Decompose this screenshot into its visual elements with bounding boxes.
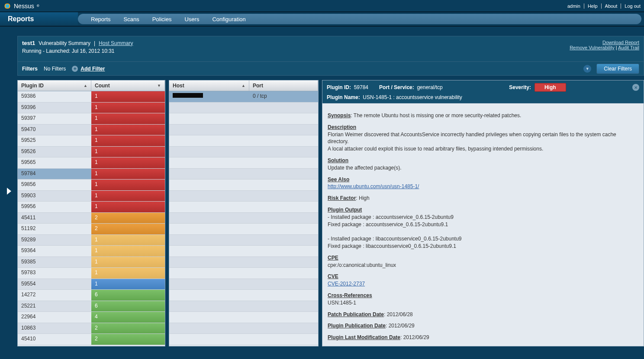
table-row[interactable] (169, 301, 318, 312)
plugin-id-cell: 59526 (18, 147, 91, 157)
help-link[interactable]: Help (588, 3, 598, 9)
host-summary-link[interactable]: Host Summary (99, 40, 133, 46)
table-row[interactable]: 454102 (18, 334, 165, 345)
top-links: admin Help About Log out (567, 3, 641, 9)
pub-text: : 2012/06/29 (386, 323, 415, 329)
table-row[interactable] (169, 268, 318, 279)
table-row[interactable] (169, 169, 318, 180)
table-row[interactable] (169, 334, 318, 345)
filter-bar: Filters No Filters + Add Filter ▼ Clear … (17, 62, 644, 76)
count-cell: 1 (91, 257, 165, 268)
table-row[interactable]: 142726 (18, 290, 165, 301)
table-row[interactable] (169, 202, 318, 213)
add-filter-link[interactable]: Add Filter (80, 66, 105, 72)
output-lines: - Installed package : accountsservice_0.… (328, 214, 462, 249)
table-row[interactable]: 229644 (18, 312, 165, 323)
mod-text: : 2012/06/29 (400, 334, 429, 340)
col-plugin-id[interactable]: Plugin ID▲ (18, 80, 91, 91)
table-row[interactable] (169, 157, 318, 169)
pub-label: Plugin Publication Date (328, 323, 386, 329)
table-row[interactable] (169, 180, 318, 191)
about-link[interactable]: About (605, 3, 618, 9)
table-row[interactable] (169, 257, 318, 268)
col-port[interactable]: Port (249, 80, 318, 91)
table-row[interactable]: 599031 (18, 191, 165, 202)
col-host[interactable]: Host▲ (169, 80, 249, 91)
table-row[interactable]: 592891 (18, 235, 165, 246)
expand-icon[interactable]: ▼ (583, 65, 591, 73)
table-row[interactable]: 595251 (18, 135, 165, 147)
description-label: Description (328, 124, 356, 130)
drawer-handle-icon[interactable] (7, 188, 11, 195)
detail-panel: Plugin ID: 59784 Port / Service: general… (322, 80, 644, 346)
col-count[interactable]: Count▼ (91, 80, 165, 91)
table-row[interactable]: 108632 (18, 323, 165, 334)
table-row[interactable] (169, 135, 318, 147)
nav-policies[interactable]: Policies (152, 16, 172, 22)
table-row[interactable] (169, 103, 318, 114)
eye-icon (3, 3, 11, 9)
table-row[interactable] (169, 224, 318, 235)
nav-reports[interactable]: Reports (91, 16, 111, 22)
table-row[interactable]: 511922 (18, 224, 165, 235)
count-cell: 2 (91, 334, 165, 345)
table-row[interactable] (169, 312, 318, 323)
table-row[interactable]: 593961 (18, 103, 165, 114)
description-1: Florian Weimer discovered that AccountsS… (328, 131, 616, 145)
report-name: test1 (22, 40, 35, 46)
table-row[interactable] (169, 323, 318, 334)
table-row[interactable]: 593861 (18, 91, 165, 103)
report-status: Running - Launched: Jul 16, 2012 10:31 (22, 48, 133, 54)
download-report-link[interactable]: Download Report (602, 40, 639, 45)
table-row[interactable]: 595541 (18, 279, 165, 290)
table-row[interactable] (169, 113, 318, 125)
table-row[interactable]: 595261 (18, 147, 165, 158)
report-header: test1 Vulnerability Summary | Host Summa… (17, 36, 644, 62)
count-cell: 1 (91, 191, 165, 202)
table-row[interactable] (169, 279, 318, 290)
table-row[interactable] (169, 191, 318, 202)
close-icon[interactable]: ✕ (632, 84, 639, 91)
table-row[interactable] (169, 246, 318, 257)
table-row[interactable]: 597831 (18, 268, 165, 279)
table-row[interactable] (169, 235, 318, 246)
nav-configuration[interactable]: Configuration (212, 16, 245, 22)
table-row[interactable]: 599561 (18, 202, 165, 213)
plus-icon[interactable]: + (72, 66, 78, 72)
user-label[interactable]: admin (567, 3, 580, 9)
count-cell: 1 (91, 235, 165, 246)
table-row[interactable] (169, 125, 318, 136)
plugin-id-cell: 59386 (18, 91, 91, 102)
table-row[interactable]: 0 / tcp (169, 91, 318, 103)
table-row[interactable]: 454112 (18, 213, 165, 224)
table-row[interactable]: 593851 (18, 257, 165, 268)
table-row[interactable]: 593641 (18, 246, 165, 257)
count-cell: 1 (91, 135, 165, 146)
output-label: Plugin Output (328, 207, 362, 213)
count-cell: 1 (91, 169, 165, 180)
remove-vuln-link[interactable]: Remove Vulnerability (570, 45, 615, 50)
seealso-link[interactable]: http://www.ubuntu.com/usn/usn-1485-1/ (328, 183, 419, 189)
table-row[interactable] (169, 290, 318, 301)
count-cell: 2 (91, 213, 165, 224)
table-row[interactable]: 594701 (18, 125, 165, 136)
table-row[interactable] (169, 147, 318, 158)
clear-filters-button[interactable]: Clear Filters (596, 64, 639, 74)
plugin-id-cell: 59364 (18, 246, 91, 256)
table-row[interactable]: 595651 (18, 157, 165, 169)
count-cell: 4 (91, 312, 165, 323)
table-row[interactable] (169, 213, 318, 224)
table-row[interactable]: 252216 (18, 301, 165, 312)
count-cell: 2 (91, 323, 165, 334)
table-row[interactable]: 597841 (18, 169, 165, 180)
logout-link[interactable]: Log out (625, 3, 641, 9)
table-row[interactable]: 598561 (18, 180, 165, 191)
nav-scans[interactable]: Scans (124, 16, 139, 22)
cve-link[interactable]: CVE-2012-2737 (328, 281, 365, 287)
summary-label: Vulnerability Summary (39, 40, 90, 46)
nav-users[interactable]: Users (184, 16, 199, 22)
count-cell: 1 (91, 103, 165, 113)
audit-trail-link[interactable]: Audit Trail (618, 45, 639, 50)
plugin-id-cell: 45411 (18, 213, 91, 224)
table-row[interactable]: 593971 (18, 113, 165, 125)
